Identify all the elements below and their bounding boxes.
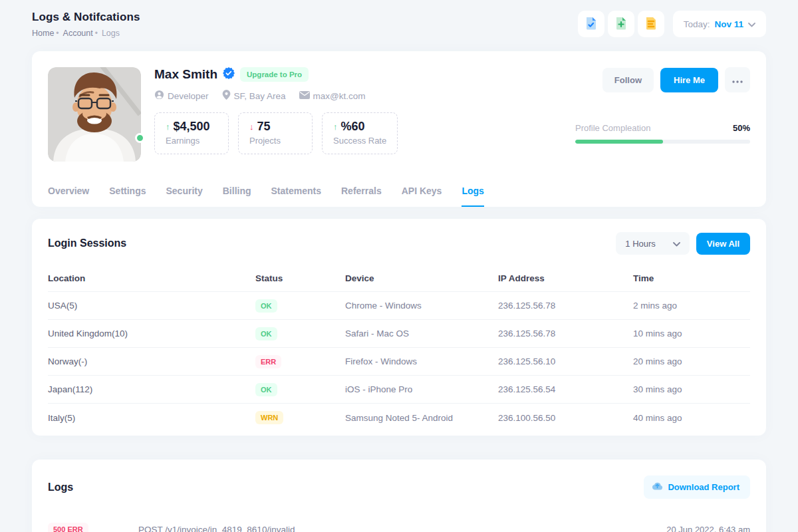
tab-billing[interactable]: Billing: [223, 180, 251, 207]
ellipsis-icon: [732, 75, 743, 85]
breadcrumb-separator: •: [56, 29, 59, 38]
trend-down-icon: ↓: [249, 122, 254, 132]
tab-security[interactable]: Security: [166, 180, 203, 207]
file-plus-button[interactable]: [608, 11, 634, 37]
col-location: Location: [48, 273, 255, 283]
verified-badge-icon: [223, 67, 235, 82]
login-sessions-card: Login Sessions 1 Hours View All Location…: [32, 219, 766, 436]
sessions-table-header: Location Status Device IP Address Time: [48, 265, 750, 292]
chevron-down-icon: [748, 18, 755, 30]
tab-label: Billing: [223, 186, 251, 196]
session-time: 2 mins ago: [633, 301, 750, 311]
today-value: Nov 11: [714, 19, 743, 29]
profile-card: Max Smith Upgrade to Pro Developer: [32, 51, 766, 207]
stat-value: $4,500: [174, 120, 210, 134]
hours-filter-select[interactable]: 1 Hours: [616, 232, 690, 255]
session-row[interactable]: USA(5) OK Chrome - Windows 236.125.56.78…: [48, 292, 750, 320]
sessions-title: Login Sessions: [48, 237, 126, 249]
location-item[interactable]: SF, Bay Area: [222, 90, 286, 102]
profile-tabs: OverviewSettingsSecurityBillingStatement…: [48, 180, 750, 207]
profile-meta: Developer SF, Bay Area max@kt.com: [154, 90, 366, 102]
tab-api-keys[interactable]: API Keys: [402, 180, 442, 207]
session-location: USA(5): [48, 301, 255, 311]
stat-label: Success Rate: [333, 136, 386, 146]
session-status-badge: WRN: [255, 411, 283, 424]
location-label: SF, Bay Area: [234, 91, 286, 101]
topbar-actions: Today: Nov 11: [578, 11, 766, 37]
hire-me-button[interactable]: Hire Me: [660, 68, 718, 92]
session-device: Chrome - Windows: [345, 301, 498, 311]
session-status-badge: OK: [255, 299, 277, 313]
logs-card: Logs Download Report 500 ERR POST /v1/in…: [32, 460, 766, 532]
log-status-badge: 500 ERR: [48, 523, 88, 532]
follow-button[interactable]: Follow: [602, 68, 654, 92]
session-time: 40 mins ago: [633, 413, 750, 423]
session-time: 30 mins ago: [633, 384, 750, 394]
session-row[interactable]: Norway(-) ERR Firefox - Windows 236.125.…: [48, 348, 750, 376]
upgrade-badge[interactable]: Upgrade to Pro: [240, 67, 309, 82]
stat-label: Earnings: [166, 136, 217, 146]
trend-up-icon: ↑: [333, 122, 338, 132]
session-ip: 236.125.56.10: [498, 356, 633, 366]
tab-label: Overview: [48, 186, 89, 196]
tab-label: Security: [166, 186, 203, 196]
session-status-badge: OK: [255, 327, 277, 340]
role-item[interactable]: Developer: [154, 90, 209, 102]
page-title: Logs & Notifcations: [32, 11, 140, 24]
cloud-download-icon: [652, 481, 663, 493]
profile-body: Max Smith Upgrade to Pro Developer: [154, 67, 750, 162]
stat-earnings: ↑ $4,500 Earnings: [154, 112, 229, 154]
profile-actions: Follow Hire Me: [602, 67, 750, 92]
page: Logs & Notifcations Home•Account•Logs To: [0, 0, 798, 532]
session-device: Samsung Noted 5- Android: [345, 413, 498, 423]
stat-label: Projects: [249, 136, 301, 146]
topbar: Logs & Notifcations Home•Account•Logs To: [32, 11, 766, 38]
profile-identity: Max Smith Upgrade to Pro Developer: [154, 67, 366, 102]
chevron-down-icon: [673, 239, 680, 249]
sessions-table-body: USA(5) OK Chrome - Windows 236.125.56.78…: [48, 292, 750, 432]
session-location: Japan(112): [48, 384, 255, 394]
download-report-button[interactable]: Download Report: [644, 475, 750, 499]
stat-value: 75: [257, 120, 271, 134]
date-selector[interactable]: Today: Nov 11: [673, 11, 766, 37]
tab-overview[interactable]: Overview: [48, 180, 89, 207]
envelope-icon: [299, 91, 310, 101]
more-options-button[interactable]: [725, 67, 750, 92]
role-label: Developer: [168, 91, 209, 101]
view-all-button[interactable]: View All: [696, 233, 750, 255]
log-path: POST /v1/invoice/in_4819_8610/invalid: [138, 525, 666, 532]
profile-name[interactable]: Max Smith: [154, 67, 217, 82]
avatar: [48, 67, 141, 162]
session-status-badge: ERR: [255, 355, 281, 368]
today-label: Today:: [684, 19, 710, 29]
progress-bar: [575, 140, 750, 144]
session-location: Norway(-): [48, 356, 255, 366]
file-check-button[interactable]: [578, 11, 604, 37]
session-ip: 236.125.56.78: [498, 329, 633, 338]
tab-logs[interactable]: Logs: [462, 180, 483, 207]
tab-referrals[interactable]: Referrals: [341, 180, 382, 207]
session-row[interactable]: Japan(112) OK iOS - iPhone Pro 236.125.5…: [48, 376, 750, 404]
tab-label: Statements: [271, 186, 321, 196]
breadcrumb-item[interactable]: Account: [63, 29, 93, 38]
tab-settings[interactable]: Settings: [109, 180, 146, 207]
session-row[interactable]: Italy(5) WRN Samsung Noted 5- Android 23…: [48, 404, 750, 432]
tab-statements[interactable]: Statements: [271, 180, 321, 207]
session-row[interactable]: United Kingdom(10) OK Safari - Mac OS 23…: [48, 320, 750, 348]
email-item[interactable]: max@kt.com: [299, 91, 366, 101]
breadcrumb-item[interactable]: Home: [32, 29, 54, 38]
session-ip: 236.125.56.78: [498, 301, 633, 311]
session-device: Firefox - Windows: [345, 356, 498, 366]
log-date: 20 Jun 2022, 6:43 am: [666, 525, 750, 532]
session-location: Italy(5): [48, 413, 255, 423]
log-row[interactable]: 500 ERR POST /v1/invoice/in_4819_8610/in…: [48, 517, 750, 532]
stat-value: %60: [341, 120, 365, 134]
col-ip: IP Address: [498, 273, 633, 283]
file-lines-button[interactable]: [638, 11, 664, 37]
stat-success-rate: ↑ %60 Success Rate: [322, 112, 398, 154]
pin-icon: [222, 90, 231, 102]
profile-stats: ↑ $4,500 Earnings ↓ 75 Projects: [154, 112, 398, 154]
topbar-left: Logs & Notifcations Home•Account•Logs: [32, 11, 140, 38]
breadcrumb-item[interactable]: Logs: [102, 29, 120, 38]
email-label: max@kt.com: [313, 91, 366, 101]
